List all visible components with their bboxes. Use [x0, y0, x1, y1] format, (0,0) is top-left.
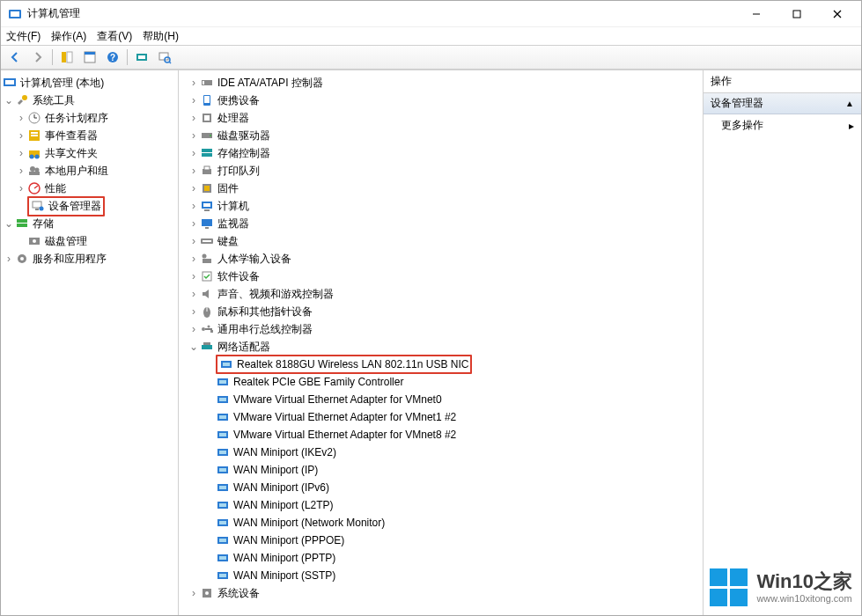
device-category[interactable]: ›IDE ATA/ATAPI 控制器: [179, 74, 703, 92]
svg-rect-90: [219, 486, 226, 489]
expand-icon[interactable]: ›: [188, 289, 200, 299]
nav-local-users[interactable]: › 本地用户和组: [1, 162, 178, 180]
device-item[interactable]: WAN Miniport (SSTP): [179, 567, 703, 584]
nav-shared-folders[interactable]: › 共享文件夹: [1, 144, 178, 162]
device-category[interactable]: ›固件: [179, 180, 703, 197]
nav-performance[interactable]: › 性能: [1, 180, 178, 197]
expand-icon[interactable]: ›: [188, 253, 200, 264]
device-category[interactable]: ›磁盘驱动器: [179, 127, 703, 144]
device-update-button[interactable]: [131, 48, 152, 67]
nav-device-manager[interactable]: 设备管理器: [1, 197, 178, 215]
maximize-button[interactable]: [777, 1, 817, 27]
device-category-system[interactable]: ›系统设备: [179, 584, 703, 602]
expand-icon[interactable]: ›: [188, 165, 200, 176]
expand-icon[interactable]: ›: [15, 165, 27, 176]
device-category[interactable]: ›软件设备: [179, 268, 703, 285]
expand-icon[interactable]: ›: [188, 218, 200, 229]
nav-system-tools[interactable]: ⌄ 系统工具: [1, 92, 178, 109]
menu-action[interactable]: 操作(A): [51, 29, 86, 44]
network-icon: [200, 340, 214, 354]
device-category[interactable]: ›处理器: [179, 109, 703, 127]
expand-icon[interactable]: ›: [188, 113, 200, 123]
device-category[interactable]: ›鼠标和其他指针设备: [179, 303, 703, 320]
expand-icon[interactable]: ›: [3, 253, 15, 264]
expand-icon[interactable]: ›: [188, 77, 200, 88]
nav-root[interactable]: 计算机管理 (本地): [1, 74, 178, 92]
hid-icon: [200, 252, 214, 266]
device-tree[interactable]: ›IDE ATA/ATAPI 控制器›便携设备›处理器›磁盘驱动器›存储控制器›…: [179, 70, 703, 615]
expand-icon[interactable]: ›: [188, 130, 200, 141]
close-button[interactable]: [817, 1, 858, 27]
svg-rect-72: [210, 330, 213, 333]
device-item[interactable]: WAN Miniport (IPv6): [179, 479, 703, 496]
expand-icon[interactable]: ›: [188, 324, 200, 334]
expand-icon[interactable]: ›: [188, 588, 200, 598]
device-item[interactable]: WAN Miniport (PPPOE): [179, 532, 703, 549]
expand-icon[interactable]: ›: [15, 130, 27, 141]
actions-more-label: 更多操作: [721, 118, 763, 133]
device-item[interactable]: WAN Miniport (IKEv2): [179, 444, 703, 461]
device-item[interactable]: VMware Virtual Ethernet Adapter for VMne…: [179, 426, 703, 444]
svg-rect-9: [85, 52, 95, 55]
help-button[interactable]: ?: [102, 48, 123, 67]
back-button[interactable]: [4, 48, 26, 67]
expand-icon[interactable]: ›: [188, 306, 200, 317]
expand-icon[interactable]: ›: [188, 201, 200, 211]
collapse-icon[interactable]: ⌄: [188, 341, 200, 352]
device-category[interactable]: ›计算机: [179, 197, 703, 215]
device-category[interactable]: ›存储控制器: [179, 144, 703, 162]
menu-view[interactable]: 查看(V): [97, 29, 132, 44]
collapse-icon[interactable]: ⌄: [3, 218, 15, 229]
expand-icon[interactable]: ›: [15, 148, 27, 158]
device-category-network[interactable]: ⌄网络适配器: [179, 338, 703, 356]
event-icon: [27, 128, 41, 143]
device-item[interactable]: WAN Miniport (IP): [179, 461, 703, 479]
device-category[interactable]: ›便携设备: [179, 92, 703, 109]
device-item-label: WAN Miniport (SSTP): [233, 569, 335, 582]
device-item[interactable]: WAN Miniport (L2TP): [179, 496, 703, 514]
expand-icon[interactable]: ›: [188, 271, 200, 282]
usb-icon: [200, 322, 214, 336]
device-scan-button[interactable]: [154, 48, 175, 67]
menu-help[interactable]: 帮助(H): [143, 29, 179, 44]
actions-subheader[interactable]: 设备管理器 ▲: [704, 93, 861, 114]
menu-file[interactable]: 文件(F): [6, 29, 41, 44]
expand-icon[interactable]: ›: [15, 183, 27, 194]
minimize-button[interactable]: [736, 1, 777, 27]
show-hide-tree-button[interactable]: [56, 48, 77, 67]
device-item[interactable]: Realtek 8188GU Wireless LAN 802.11n USB …: [179, 356, 703, 373]
svg-rect-56: [204, 186, 210, 191]
device-item-label: WAN Miniport (IP): [233, 464, 318, 476]
nav-item-label: 本地用户和组: [45, 164, 108, 179]
device-category[interactable]: ›监视器: [179, 215, 703, 232]
device-category-label: 鼠标和其他指针设备: [217, 304, 313, 319]
nav-event-viewer[interactable]: › 事件查看器: [1, 127, 178, 144]
device-item[interactable]: VMware Virtual Ethernet Adapter for VMne…: [179, 391, 703, 408]
svg-rect-60: [202, 219, 212, 226]
nav-task-scheduler[interactable]: › 任务计划程序: [1, 109, 178, 127]
device-category[interactable]: ›通用串行总线控制器: [179, 320, 703, 338]
device-item[interactable]: VMware Virtual Ethernet Adapter for VMne…: [179, 408, 703, 426]
nav-disk-mgmt[interactable]: 磁盘管理: [1, 232, 178, 250]
expand-icon[interactable]: ›: [188, 183, 200, 194]
device-category[interactable]: ›键盘: [179, 232, 703, 250]
ide-icon: [200, 76, 214, 90]
device-item[interactable]: Realtek PCIe GBE Family Controller: [179, 373, 703, 391]
actions-more[interactable]: 更多操作 ▸: [704, 114, 861, 136]
device-item[interactable]: WAN Miniport (PPTP): [179, 549, 703, 567]
device-category[interactable]: ›人体学输入设备: [179, 250, 703, 268]
expand-icon[interactable]: ›: [188, 236, 200, 246]
nav-services-apps[interactable]: › 服务和应用程序: [1, 250, 178, 268]
expand-icon[interactable]: ›: [188, 148, 200, 158]
cpu-icon: [200, 111, 214, 125]
device-category[interactable]: ›声音、视频和游戏控制器: [179, 285, 703, 303]
expand-icon[interactable]: ›: [188, 95, 200, 106]
device-item[interactable]: WAN Miniport (Network Monitor): [179, 514, 703, 532]
collapse-icon[interactable]: ⌄: [3, 95, 15, 106]
properties-button[interactable]: [79, 48, 100, 67]
forward-button[interactable]: [27, 48, 48, 67]
device-category[interactable]: ›打印队列: [179, 162, 703, 180]
nav-tree[interactable]: 计算机管理 (本地) ⌄ 系统工具 › 任务计划程序 › 事件查看器 › 共享文…: [1, 70, 179, 615]
expand-icon[interactable]: ›: [15, 113, 27, 123]
nav-storage[interactable]: ⌄ 存储: [1, 215, 178, 232]
